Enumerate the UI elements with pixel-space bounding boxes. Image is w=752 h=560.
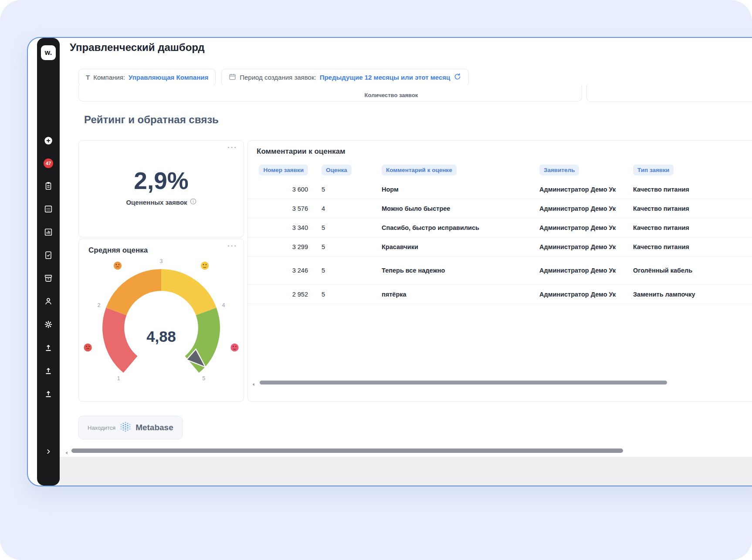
archive-box-icon[interactable] [43, 273, 54, 283]
cell-requester: Администратор Демо Ук [539, 267, 633, 274]
cell-request-type: Качество питания [633, 224, 752, 231]
company-filter-label: Компания: [93, 74, 125, 81]
table-row[interactable]: 3 340 5 Спасибо, быстро исправились Адми… [248, 218, 752, 237]
cell-request-type: Качество питания [633, 243, 752, 250]
notifications-badge[interactable]: 47 [44, 159, 53, 168]
settings-gear-icon[interactable] [43, 319, 54, 330]
bottom-strip [60, 457, 752, 486]
cell-request-number: 2 952 [257, 291, 308, 298]
app-logo[interactable]: w. [41, 45, 56, 60]
tasks-clipboard-icon[interactable] [43, 181, 54, 191]
table-row[interactable]: 2 952 5 пятёрка Администратор Демо Ук За… [248, 285, 752, 304]
app-window: w. 47 [27, 37, 752, 486]
cell-requester: Администратор Демо Ук [539, 224, 633, 231]
card-menu-icon[interactable]: ··· [227, 143, 237, 152]
company-filter[interactable]: T Компания: Управляющая Компания [78, 69, 216, 86]
requests-chart-partial: Количество заявок [78, 85, 582, 101]
metabase-logo-icon [120, 421, 131, 434]
cell-comment: Норм [368, 186, 539, 193]
table-row[interactable]: 3 600 5 Норм Администратор Демо Ук Качес… [248, 180, 752, 199]
column-header-comment[interactable]: Комментарий к оценке [382, 165, 457, 175]
scrollbar-thumb[interactable] [260, 381, 667, 385]
section-title: Рейтинг и обратная связь [84, 114, 219, 126]
filter-bar: T Компания: Управляющая Компания Период … [78, 69, 469, 86]
table-row[interactable]: 3 299 5 Красавчики Администратор Демо Ук… [248, 237, 752, 256]
metabase-wordmark: Metabase [135, 423, 173, 432]
column-header-type[interactable]: Тип заявки [633, 165, 674, 175]
svg-text:4,88: 4,88 [146, 328, 176, 345]
page-title: Управленческий дашборд [70, 41, 205, 54]
table-horizontal-scrollbar[interactable] [248, 380, 752, 385]
refresh-icon[interactable] [454, 73, 461, 82]
text-filter-icon: T [86, 74, 90, 81]
column-header-number[interactable]: Номер заявки [259, 165, 308, 175]
cell-comment: пятёрка [368, 291, 539, 298]
card-menu-icon[interactable]: ··· [227, 242, 237, 250]
upload-icon-3[interactable] [43, 388, 54, 399]
cell-request-number: 3 576 [257, 205, 308, 212]
upload-icon-2[interactable] [43, 365, 54, 376]
analytics-bar-chart-icon[interactable] [43, 227, 54, 237]
page-horizontal-scrollbar[interactable] [60, 449, 752, 454]
cell-comment: Спасибо, быстро исправились [368, 224, 539, 231]
column-header-requester[interactable]: Заявитель [539, 165, 579, 175]
calendar-filter-icon [229, 73, 236, 82]
cell-requester: Администратор Демо Ук [539, 186, 633, 193]
table-row[interactable]: 3 246 5 Теперь все надежно Администратор… [248, 256, 752, 285]
cell-rating: 5 [308, 291, 368, 298]
info-icon[interactable] [190, 198, 196, 206]
side-chart-partial [586, 85, 752, 102]
profile-user-icon[interactable] [43, 296, 54, 307]
chart-axis-label: Количество заявок [365, 92, 418, 98]
cell-rating: 5 [308, 186, 368, 193]
period-filter[interactable]: Период создания заявок: Предыдущие 12 ме… [221, 69, 469, 86]
gauge-card-title: Средняя оценка [88, 246, 148, 255]
cell-rating: 5 [308, 243, 368, 250]
rated-requests-card: ··· 2,9% Оцененных заявок [78, 140, 244, 237]
cell-rating: 5 [308, 267, 368, 274]
svg-text:3: 3 [160, 258, 163, 264]
calendar-icon[interactable] [43, 204, 54, 214]
dashboard-main: Управленческий дашборд T Компания: Управ… [60, 38, 752, 486]
column-header-rating[interactable]: Оценка [322, 165, 352, 175]
cell-rating: 4 [308, 205, 368, 212]
scrollbar-thumb[interactable] [71, 449, 623, 453]
checklist-doc-icon[interactable] [43, 250, 54, 260]
svg-text:5: 5 [202, 375, 205, 381]
average-rating-card: Средняя оценка ··· 123454,88 [78, 239, 244, 401]
located-label: Находится [88, 425, 115, 431]
cell-request-number: 3 299 [257, 243, 308, 250]
table-row[interactable]: 3 576 4 Можно было быстрее Администратор… [248, 199, 752, 218]
average-rating-gauge: 123454,88 [79, 257, 243, 395]
expand-sidebar-chevron[interactable] [43, 446, 54, 457]
cell-request-type: Качество питания [633, 205, 752, 212]
sidebar: w. 47 [37, 38, 60, 486]
rated-percent-label: Оцененных заявок [126, 199, 187, 206]
metabase-branding[interactable]: Находится Metabase [78, 416, 183, 439]
cell-comment: Можно было быстрее [368, 205, 539, 212]
cell-request-type: Оголённый кабель [633, 267, 752, 274]
cell-requester: Администратор Демо Ук [539, 243, 633, 250]
svg-text:2: 2 [97, 302, 100, 308]
cell-request-number: 3 600 [257, 186, 308, 193]
add-button[interactable] [43, 135, 54, 146]
period-filter-label: Период создания заявок: [240, 74, 316, 81]
table-header: Номер заявки Оценка Комментарий к оценке… [248, 164, 752, 175]
cell-requester: Администратор Демо Ук [539, 291, 633, 298]
cell-request-number: 3 246 [257, 267, 308, 274]
scroll-left-arrow-icon[interactable] [64, 449, 69, 457]
cell-rating: 5 [308, 224, 368, 231]
cell-requester: Администратор Демо Ук [539, 205, 633, 212]
cell-comment: Теперь все надежно [368, 267, 539, 274]
company-filter-value: Управляющая Компания [129, 74, 208, 81]
upload-icon-1[interactable] [43, 342, 54, 353]
scroll-left-arrow-icon[interactable] [251, 381, 256, 388]
comments-table: Номер заявки Оценка Комментарий к оценке… [248, 164, 752, 304]
rated-percent-value: 2,9% [79, 167, 244, 195]
period-filter-value: Предыдущие 12 месяцы или этот месяц [320, 74, 451, 81]
cell-request-number: 3 340 [257, 224, 308, 231]
comments-card: Комментарии к оценкам Номер заявки Оценк… [247, 140, 752, 401]
comments-card-title: Комментарии к оценкам [257, 147, 346, 156]
cell-comment: Красавчики [368, 243, 539, 250]
svg-text:1: 1 [117, 375, 120, 381]
